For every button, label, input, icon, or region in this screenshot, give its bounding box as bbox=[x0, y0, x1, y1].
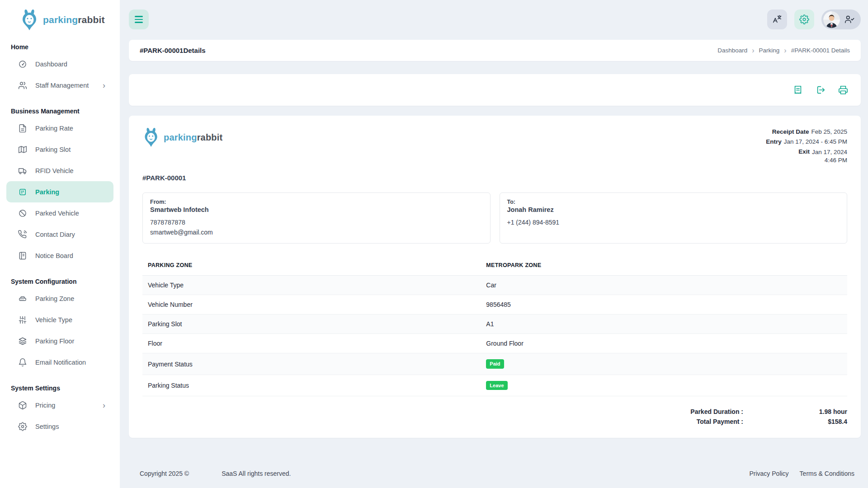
ban-icon bbox=[18, 209, 27, 218]
avatar bbox=[823, 11, 840, 28]
sliders-icon bbox=[18, 315, 27, 324]
actions-toolbar bbox=[129, 74, 861, 106]
sidebar-item-vehicle-type[interactable]: Vehicle Type bbox=[6, 309, 113, 330]
breadcrumb-parking[interactable]: Parking bbox=[759, 47, 780, 54]
sidebar-item-dashboard[interactable]: Dashboard bbox=[6, 53, 113, 75]
rights-text: SaaS All rights reserved. bbox=[222, 470, 291, 477]
user-menu[interactable] bbox=[821, 9, 861, 29]
table-header-parking-zone: PARKING ZONE bbox=[142, 255, 481, 276]
table-header-metropark-zone: METROPARK ZONE bbox=[481, 255, 847, 276]
sidebar-item-email-notification[interactable]: Email Notification bbox=[6, 352, 113, 373]
sidebar-item-settings[interactable]: Settings bbox=[6, 416, 113, 437]
brand-name: parkingrabbit bbox=[43, 14, 105, 25]
footer: Copyright 2025 © SaaS All rights reserve… bbox=[129, 462, 861, 488]
row-label: Vehicle Type bbox=[142, 276, 481, 295]
breadcrumb-current: #PARK-00001 Details bbox=[791, 47, 850, 54]
exit-time-value: 4:46 PM bbox=[825, 156, 847, 164]
receipt-brand-logo: parkingrabbit bbox=[142, 126, 222, 147]
gauge-icon bbox=[18, 60, 27, 69]
row-label: Parking Status bbox=[142, 375, 481, 396]
sidebar-item-staff-management[interactable]: Staff Management › bbox=[6, 75, 113, 96]
breadcrumb: Dashboard › Parking › #PARK-00001 Detail… bbox=[717, 47, 850, 55]
nav-heading-business-management: Business Management bbox=[0, 108, 120, 115]
payment-status-badge: Paid bbox=[486, 359, 504, 368]
chevron-right-icon: › bbox=[752, 47, 754, 55]
sidebar-item-label: Parked Vehicle bbox=[35, 210, 79, 217]
sidebar-item-label: Staff Management bbox=[35, 82, 89, 89]
table-row: Floor Ground Floor bbox=[142, 334, 847, 353]
total-payment-value: $158.4 bbox=[743, 418, 847, 425]
entry-label: Entry bbox=[766, 138, 782, 145]
nav-heading-system-configuration: System Configuration bbox=[0, 278, 120, 285]
to-box: To: Jonah Ramirez +1 (244) 894-8591 bbox=[500, 192, 848, 244]
sidebar-item-parking-floor[interactable]: Parking Floor bbox=[6, 330, 113, 352]
totals: Parked Duration : 1.98 hour Total Paymen… bbox=[142, 408, 847, 425]
notebook-icon bbox=[18, 251, 27, 260]
sidebar-item-parking-rate[interactable]: Parking Rate bbox=[6, 117, 113, 139]
copyright-text: Copyright 2025 © bbox=[140, 470, 189, 477]
sidebar-item-pricing[interactable]: Pricing › bbox=[6, 394, 113, 416]
bell-icon bbox=[18, 358, 27, 367]
from-name: Smartweb Infotech bbox=[150, 206, 483, 213]
main-area: #PARK-00001Details Dashboard › Parking ›… bbox=[120, 0, 868, 488]
terms-conditions-link[interactable]: Terms & Conditions bbox=[800, 470, 854, 477]
total-payment-label: Total Payment : bbox=[697, 418, 743, 425]
sidebar-item-label: Parking Floor bbox=[35, 338, 74, 345]
map-icon bbox=[18, 145, 27, 154]
sidebar-item-parking-zone[interactable]: Parking Zone bbox=[6, 288, 113, 309]
receipt-card: parkingrabbit Receipt DateFeb 25, 2025 E… bbox=[129, 116, 861, 438]
page-title: #PARK-00001Details bbox=[140, 47, 206, 54]
row-label: Payment Status bbox=[142, 353, 481, 375]
row-label: Parking Slot bbox=[142, 314, 481, 334]
sidebar-item-contact-diary[interactable]: Contact Diary bbox=[6, 224, 113, 245]
sidebar-item-notice-board[interactable]: Notice Board bbox=[6, 245, 113, 266]
sidebar-item-label: Parking Slot bbox=[35, 146, 71, 153]
gear-icon bbox=[799, 14, 809, 24]
sidebar-item-label: Pricing bbox=[35, 402, 55, 409]
receipt-date-value: Feb 25, 2025 bbox=[811, 128, 847, 135]
sidebar-item-rfid-vehicle[interactable]: RFID Vehicle bbox=[6, 160, 113, 181]
users-icon bbox=[18, 81, 27, 90]
topbar bbox=[129, 0, 861, 40]
sidebar-item-label: Dashboard bbox=[35, 61, 67, 68]
menu-toggle-button[interactable] bbox=[129, 9, 149, 29]
chevron-right-icon: › bbox=[784, 47, 786, 55]
row-value: Ground Floor bbox=[481, 334, 847, 353]
from-email: smartweb@gmail.com bbox=[150, 229, 483, 236]
page-header-card: #PARK-00001Details Dashboard › Parking ›… bbox=[129, 40, 861, 61]
user-check-icon bbox=[844, 14, 854, 24]
row-value: 9856485 bbox=[481, 295, 847, 314]
sidebar-item-parking[interactable]: Parking bbox=[6, 181, 113, 202]
phone-icon bbox=[18, 230, 27, 239]
parked-duration-value: 1.98 hour bbox=[743, 408, 847, 415]
table-row: Parking Status Leave bbox=[142, 375, 847, 396]
table-row: Payment Status Paid bbox=[142, 353, 847, 375]
settings-button[interactable] bbox=[794, 9, 814, 29]
chevron-right-icon: › bbox=[103, 81, 105, 89]
sidebar-item-label: Parking bbox=[35, 188, 59, 196]
logout-icon[interactable] bbox=[816, 85, 826, 95]
sidebar-item-parking-slot[interactable]: Parking Slot bbox=[6, 139, 113, 160]
language-button[interactable] bbox=[767, 9, 787, 29]
sidebar: parkingrabbit Home Dashboard Staff Manag… bbox=[0, 0, 120, 488]
privacy-policy-link[interactable]: Privacy Policy bbox=[749, 470, 788, 477]
from-box: From: Smartweb Infotech 7878787878 smart… bbox=[142, 192, 491, 244]
to-label: To: bbox=[507, 199, 840, 205]
row-value: A1 bbox=[481, 314, 847, 334]
table-row: Parking Slot A1 bbox=[142, 314, 847, 334]
document-icon bbox=[18, 124, 27, 133]
exit-label: Exit bbox=[798, 148, 810, 164]
receipt-icon[interactable] bbox=[793, 85, 803, 95]
rabbit-logo-icon bbox=[20, 9, 40, 31]
breadcrumb-dashboard[interactable]: Dashboard bbox=[717, 47, 747, 54]
exit-date-value: Jan 17, 2024 bbox=[812, 148, 847, 156]
parking-meter-icon bbox=[18, 188, 27, 197]
printer-icon[interactable] bbox=[838, 85, 848, 95]
nav-heading-system-settings: System Settings bbox=[0, 385, 120, 392]
truck-icon bbox=[18, 166, 27, 175]
brand-logo[interactable]: parkingrabbit bbox=[0, 6, 120, 32]
package-icon bbox=[18, 401, 27, 410]
from-phone: 7878787878 bbox=[150, 219, 483, 226]
sidebar-item-parked-vehicle[interactable]: Parked Vehicle bbox=[6, 202, 113, 224]
translate-icon bbox=[772, 14, 782, 24]
